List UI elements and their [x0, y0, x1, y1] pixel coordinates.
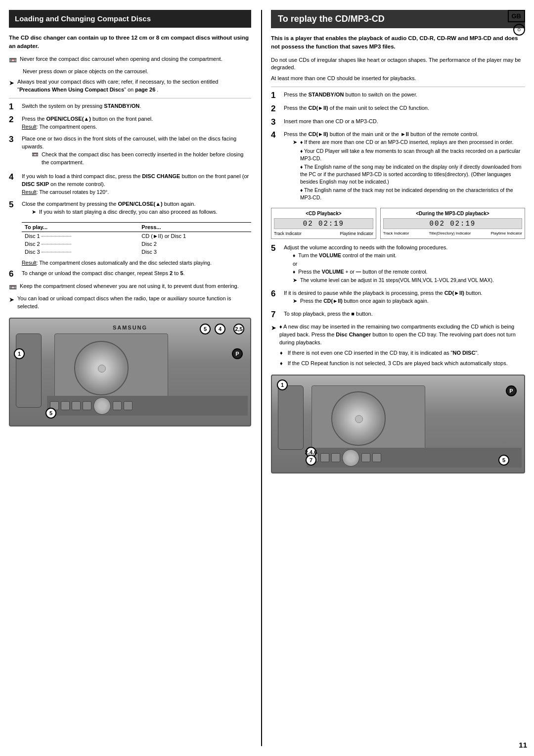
- mp3-indicators: Track Indicator Title(Directory) Indicat…: [383, 231, 522, 236]
- sub5a-text: Turn the VOLUME control of the main unit…: [298, 252, 397, 259]
- step-5-subbullet: ➤ If you wish to start playing a disc di…: [32, 208, 251, 216]
- disc-3-press: Disc 3: [138, 248, 251, 256]
- right-step-2: 2 Press the CD(►II) of the main unit to …: [271, 104, 525, 114]
- right-section-title: To replay the CD/MP3-CD: [271, 10, 525, 28]
- step-2-content: Press the OPEN/CLOSE(▲) button on the fr…: [22, 115, 251, 131]
- right-step-5-sub3: ➤ The volume level can be adjust in 31 s…: [293, 277, 525, 284]
- arrow-icon-2: ➤: [32, 208, 36, 216]
- right-para2: At least more than one CD should be inse…: [271, 75, 525, 83]
- disc-1-play: Disc 1: [22, 232, 138, 240]
- table-row: Disc 1 CD (►II) or Disc 1: [22, 232, 251, 240]
- step-5: 5 Close the compartment by pressing the …: [9, 200, 251, 218]
- disc-2-press: Disc 2: [138, 240, 251, 248]
- tape-icon-2: 📼: [32, 151, 39, 167]
- step-6-num: 6: [9, 270, 18, 279]
- gb-badge: GB: [508, 10, 526, 22]
- right-step-4-sub3: ➤ ♦ The English name of the song may be …: [293, 163, 525, 185]
- right-intro: This is a player that enables the playba…: [271, 34, 525, 51]
- arrow-icon-5: ➤: [293, 277, 297, 284]
- right-step-3-num: 3: [271, 118, 280, 127]
- disc-table-container: To play... Press... Disc 1 CD (►II) or D…: [22, 222, 251, 266]
- bullet-1-text: Never force the compact disc carrousel w…: [20, 55, 222, 65]
- cd-playtime-label: Playtime Indicator: [340, 231, 373, 236]
- step-1: 1 Switch the system on by pressing STAND…: [9, 102, 251, 112]
- right-step-6-content: If it is desired to pause while the play…: [284, 289, 525, 306]
- step-5-num: 5: [9, 200, 18, 218]
- cd-display: 02 02:19: [274, 218, 373, 229]
- disc-1-press: CD (►II) or Disc 1: [138, 232, 251, 240]
- final-note-3-text: If the CD Repeat function is not selecte…: [288, 360, 508, 368]
- right-step-7: 7 To stop playback, press the ■ button.: [271, 310, 525, 320]
- right-step-4-content: Press the CD(►II) button of the main uni…: [284, 131, 525, 202]
- bullet-sub: Never press down or place objects on the…: [23, 68, 251, 76]
- disc-table: To play... Press... Disc 1 CD (►II) or D…: [22, 222, 251, 256]
- left-cd-player-image: SAMSUNG 5 4 2,5 1 5 P: [9, 318, 251, 426]
- step-5-subbullet-text: If you wish to start playing a disc dire…: [39, 208, 218, 216]
- right-step-1: 1 Press the STANDBY/ON button to switch …: [271, 91, 525, 100]
- right-step-6-sub: ➤ Press the CD(►II) button once again to…: [293, 297, 525, 305]
- left-bullets: 📼 Never force the compact disc carrousel…: [9, 55, 251, 94]
- right-column: GB ⊙ To replay the CD/MP3-CD This is a p…: [261, 10, 525, 746]
- step-4-content: If you wish to load a third compact disc…: [22, 173, 251, 196]
- sub6-text: Press the CD(►II) button once again to p…: [300, 297, 429, 305]
- final-note-1-text: ♦ A new disc may be inserted in the rema…: [279, 323, 525, 347]
- callout-p-left: P: [232, 348, 243, 359]
- table-row: Disc 2 Disc 2: [22, 240, 251, 248]
- bullet-1: 📼 Never force the compact disc carrousel…: [9, 55, 251, 65]
- sub5b-text: Press the VOLUME + or — button of the re…: [298, 268, 427, 276]
- step-3: 3 Place one or two discs in the front sl…: [9, 135, 251, 169]
- mp3-playtime-label: Playtime Indicator: [490, 231, 522, 236]
- or-text: or: [293, 260, 525, 268]
- step-3-content: Place one or two discs in the front slot…: [22, 135, 251, 169]
- right-step-6: 6 If it is desired to pause while the pl…: [271, 289, 525, 306]
- bullet-2-text: Always treat your compact discs with car…: [17, 78, 251, 94]
- sub5c-text: The volume level can be adjust in 31 ste…: [300, 277, 494, 284]
- cd-playback-title: <CD Playback>: [274, 211, 373, 216]
- right-step-4-sub1: ➤ ♦ If there are more than one CD or an …: [293, 139, 525, 146]
- bullet-sub-text: Never press down or place objects on the…: [23, 68, 148, 76]
- note-tape: 📼 Keep the compartment closed whenever y…: [9, 283, 251, 292]
- right-step-3: 3 Insert more than one CD or a MP3-CD.: [271, 118, 525, 127]
- disc-3-play: Disc 3: [22, 248, 138, 256]
- right-step-7-num: 7: [271, 310, 280, 320]
- callout-5-left: 5: [200, 324, 211, 334]
- final-note-2: ♦ If there is not even one CD inserted i…: [280, 349, 525, 357]
- page-number: 11: [519, 741, 527, 749]
- bullet-2: ➤ Always treat your compact discs with c…: [9, 78, 251, 94]
- diamond-icon-fn3: ♦: [280, 360, 283, 368]
- left-intro: The CD disc changer can contain up to th…: [9, 34, 251, 51]
- step-2-num: 2: [9, 115, 18, 131]
- callout-5b: 5: [45, 408, 56, 419]
- callout-25: 2,5: [233, 324, 244, 334]
- step-3-num: 3: [9, 135, 18, 169]
- mp3-playback-box: <During the MP3-CD playback> 002 02:19 T…: [380, 208, 525, 239]
- right-step-5-sub1: ♦ Turn the VOLUME control of the main un…: [293, 252, 525, 259]
- callout-1-right: 1: [277, 379, 288, 390]
- callout-p-right: P: [506, 385, 517, 396]
- note-arrow: ➤ You can load or unload compact discs w…: [9, 295, 251, 311]
- arrow-icon-6: ➤: [293, 297, 297, 305]
- final-note-1: ➤ ♦ A new disc may be inserted in the re…: [271, 323, 525, 347]
- right-step-1-content: Press the STANDBY/ON button to switch on…: [284, 91, 525, 100]
- left-column: Loading and Changing Compact Discs The C…: [9, 10, 251, 746]
- final-note-3: ♦ If the CD Repeat function is not selec…: [280, 360, 525, 368]
- right-cd-player-image: 1 2,4,6 7 5 P: [271, 375, 525, 473]
- step-3-subbullet: 📼 Check that the compact disc has been c…: [32, 151, 251, 167]
- step-1-content: Switch the system on by pressing STANDBY…: [22, 102, 251, 112]
- callout-5-right: 5: [498, 455, 509, 466]
- sub1-text: ♦ If there are more than one CD or an MP…: [300, 139, 513, 146]
- step-2: 2 Press the OPEN/CLOSE(▲) button on the …: [9, 115, 251, 131]
- playback-diagram: <CD Playback> 02 02:19 Track Indicator P…: [271, 208, 525, 239]
- right-step-6-num: 6: [271, 289, 280, 306]
- step-6: 6 To change or unload the compact disc c…: [9, 270, 251, 279]
- step-4-result: Result: The carrousel rotates by 120°.: [22, 189, 109, 195]
- step-1-num: 1: [9, 102, 18, 112]
- cd-track-label: Track Indicator: [274, 231, 302, 236]
- right-step-4-num: 4: [271, 131, 280, 202]
- note-arrow-text: You can load or unload compact discs whe…: [17, 295, 251, 311]
- final-note-2-text: If there is not even one CD inserted in …: [288, 349, 479, 357]
- step-6-content: To change or unload the compact disc cha…: [22, 270, 251, 279]
- callout-1-left: 1: [14, 348, 25, 359]
- step-4: 4 If you wish to load a third compact di…: [9, 173, 251, 196]
- samsung-logo: SAMSUNG: [113, 325, 147, 331]
